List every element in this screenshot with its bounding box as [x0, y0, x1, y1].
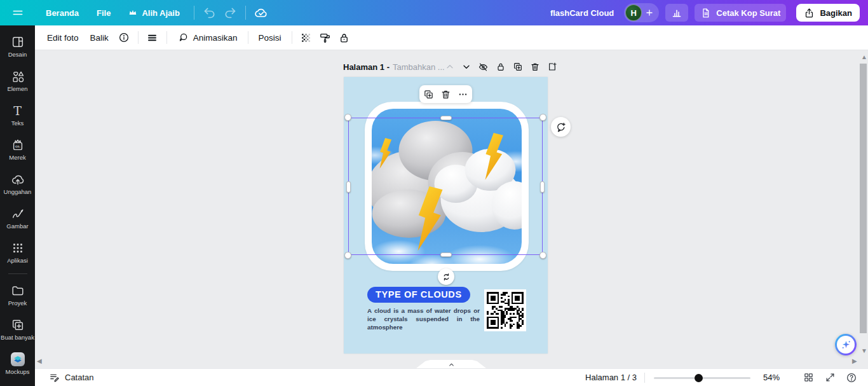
redo-icon: [224, 6, 236, 19]
canva-editor: Beranda File Alih Ajaib: [0, 0, 868, 386]
page-indicator: Halaman 1 / 3: [585, 373, 637, 382]
print-letterhead-button[interactable]: Cetak Kop Surat: [695, 4, 786, 22]
notes-button[interactable]: Catatan: [49, 372, 94, 383]
main-menu-button[interactable]: [8, 3, 28, 23]
document-title[interactable]: flashCard Cloud: [550, 8, 614, 18]
duplicate-page-button[interactable]: [512, 61, 524, 72]
lock-button[interactable]: [335, 28, 354, 47]
undo-button[interactable]: [200, 3, 220, 23]
delete-element-button[interactable]: [438, 86, 454, 102]
qr-code[interactable]: [484, 289, 526, 331]
insights-button[interactable]: [665, 4, 688, 22]
sidebar-item-desain[interactable]: Desain: [0, 29, 35, 64]
zoom-slider[interactable]: [654, 373, 750, 382]
rotate-handle[interactable]: [438, 268, 454, 285]
edit-photo-button[interactable]: Edit foto: [41, 29, 85, 46]
divider: [138, 31, 139, 44]
grid-view-button[interactable]: [800, 370, 817, 385]
info-button[interactable]: [114, 28, 133, 47]
help-button[interactable]: [843, 370, 860, 385]
adjust-button[interactable]: [143, 28, 162, 47]
file-menu-button[interactable]: File: [88, 4, 119, 22]
sidebar-item-label: Desain: [8, 51, 27, 58]
sidebar-item-label: Merek: [9, 154, 25, 161]
zoom-level[interactable]: 54%: [763, 373, 785, 382]
canvas-page[interactable]: TYPE OF CLOUDS A cloud is a mass of wate…: [344, 77, 548, 354]
sidebar-item-buat-banyak[interactable]: Buat banyak: [0, 312, 35, 347]
sidebar-item-label: Teks: [11, 120, 24, 127]
undo-icon: [203, 6, 216, 19]
sidebar-item-label: Elemen: [7, 85, 27, 92]
card-body-text[interactable]: A cloud is a mass of water drops or ice …: [367, 307, 480, 331]
scroll-down-arrow[interactable]: ▼: [861, 348, 867, 354]
lock-page-button[interactable]: [495, 61, 506, 72]
zoom-slider-thumb[interactable]: [695, 374, 703, 382]
sidebar-item-proyek[interactable]: Proyek: [0, 278, 35, 312]
page-title-placeholder[interactable]: Tambahkan ...: [393, 62, 445, 72]
transparency-button[interactable]: [297, 28, 316, 47]
sidebar-item-mockups[interactable]: Mockups: [0, 347, 35, 381]
selection-handle[interactable]: [346, 181, 351, 193]
sidebar-item-unggahan[interactable]: Unggahan: [0, 167, 35, 201]
comment-add-icon: [555, 121, 567, 133]
home-button[interactable]: Beranda: [37, 4, 88, 22]
status-bar: Catatan Halaman 1 / 3 54%: [35, 368, 868, 386]
sidebar-item-merek[interactable]: co. Merek: [0, 132, 35, 167]
duplicate-element-button[interactable]: [421, 86, 437, 102]
brand-icon: co.: [11, 138, 25, 152]
fullscreen-button[interactable]: [822, 370, 838, 385]
hamburger-menu-icon: [11, 6, 24, 19]
save-status-button[interactable]: [251, 3, 271, 23]
scroll-left-arrow[interactable]: ◀: [37, 358, 42, 364]
scroll-up-arrow[interactable]: ▲: [861, 54, 867, 60]
redo-button[interactable]: [220, 3, 240, 23]
info-icon: [118, 32, 130, 43]
page-title[interactable]: Halaman 1 -: [343, 62, 390, 72]
chevron-up-icon: [445, 62, 455, 72]
selection-handle[interactable]: [440, 252, 452, 257]
move-page-down-button[interactable]: [461, 61, 472, 72]
share-button[interactable]: Bagikan: [796, 4, 860, 22]
selection-handle[interactable]: [344, 252, 351, 259]
animate-icon: [177, 32, 189, 43]
vertical-scrollbar-thumb[interactable]: [860, 64, 867, 333]
scroll-right-arrow[interactable]: ▶: [852, 358, 857, 364]
chevron-down-icon: [461, 62, 471, 72]
sidebar-item-teks[interactable]: T Teks: [0, 98, 35, 132]
document-icon: [700, 8, 711, 18]
card-title[interactable]: TYPE OF CLOUDS: [367, 287, 470, 303]
hide-page-button[interactable]: [478, 61, 489, 72]
position-button[interactable]: Posisi: [253, 29, 287, 46]
magic-switch-button[interactable]: Alih Ajaib: [119, 4, 188, 22]
flip-button[interactable]: Balik: [85, 29, 114, 46]
magic-switch-label: Alih Ajaib: [142, 8, 179, 18]
transparency-icon: [300, 32, 312, 44]
sidebar-item-label: Aplikasi: [7, 257, 28, 264]
sidebar-item-elemen[interactable]: Elemen: [0, 64, 35, 98]
expand-pages-tab[interactable]: [416, 360, 486, 368]
account-pill[interactable]: H: [624, 3, 659, 22]
share-icon: [804, 8, 815, 18]
add-comment-button[interactable]: [551, 117, 571, 137]
copy-style-icon: [319, 32, 331, 44]
selection-handle[interactable]: [539, 252, 546, 259]
rotate-icon: [442, 272, 451, 282]
sidebar-divider: [8, 273, 27, 274]
copy-style-button[interactable]: [316, 28, 335, 47]
add-page-button[interactable]: [546, 61, 558, 72]
sidebar: Desain Elemen T Teks co. Merek: [0, 25, 35, 386]
avatar[interactable]: H: [625, 4, 642, 21]
selection-handle[interactable]: [440, 116, 452, 120]
assistant-button[interactable]: [835, 334, 857, 355]
selection-handle[interactable]: [344, 114, 351, 121]
animate-button[interactable]: Animasikan: [172, 28, 243, 47]
sidebar-item-gambar[interactable]: Gambar: [0, 201, 35, 235]
duplicate-page-icon: [513, 62, 523, 72]
delete-page-button[interactable]: [529, 61, 541, 72]
plus-icon[interactable]: [645, 8, 654, 17]
more-options-button[interactable]: [455, 86, 471, 102]
selection-handle[interactable]: [539, 114, 546, 121]
sidebar-item-aplikasi[interactable]: Aplikasi: [0, 235, 35, 270]
selection-handle[interactable]: [540, 181, 545, 193]
sidebar-item-label: Mockups: [5, 368, 29, 375]
